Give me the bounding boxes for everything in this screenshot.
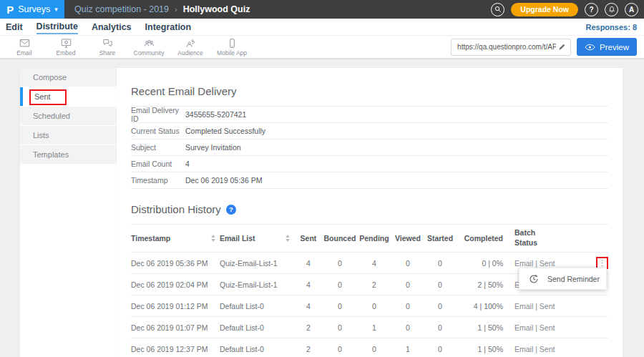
tab-edit[interactable]: Edit xyxy=(6,21,23,34)
toolbar-item-share[interactable]: Share xyxy=(87,38,128,57)
svg-text:$: $ xyxy=(191,38,194,42)
topbar-actions: Upgrade Now ? A xyxy=(491,0,644,19)
eye-icon xyxy=(585,44,595,51)
sidebar-item-compose[interactable]: Compose xyxy=(20,68,117,87)
questionpro-logo-icon: P xyxy=(6,4,14,15)
breadcrumb-separator-icon: › xyxy=(175,5,177,14)
table-row: Dec 06 2019 01:12 PM Default List-0 4 0 … xyxy=(131,295,608,317)
menu-item-send-reminder[interactable]: Send Reminder xyxy=(547,275,600,283)
field-email-count: Email Count 4 xyxy=(131,156,608,172)
tab-analytics[interactable]: Analytics xyxy=(92,21,132,34)
annotation-box-sent: Sent xyxy=(29,89,67,105)
sidebar-item-lists[interactable]: Lists xyxy=(20,126,117,145)
question-circle-icon[interactable]: ? xyxy=(226,205,236,215)
row-actions-kebab-icon[interactable]: ⋮ xyxy=(598,259,606,267)
table-header-row: Timestamp Email List Sent Bounced Pendin… xyxy=(131,224,608,253)
survey-link-field xyxy=(451,39,571,56)
mobile-app-icon xyxy=(226,38,238,49)
responses-count[interactable]: Responses: 8 xyxy=(585,23,637,31)
breadcrumb-survey-name: Hollywood Quiz xyxy=(183,4,250,14)
distribution-history-title: Distribution History xyxy=(131,203,221,215)
field-subject: Subject Survey Invitation xyxy=(131,140,608,156)
tab-integration[interactable]: Integration xyxy=(145,21,192,34)
survey-url-input[interactable] xyxy=(457,43,556,51)
row-actions-context-menu: Send Reminder xyxy=(519,268,607,290)
tab-distribute[interactable]: Distribute xyxy=(36,20,78,34)
distribute-toolbar: Email Embed Share Community $ Audience M… xyxy=(0,36,644,59)
surveys-product-menu[interactable]: P Surveys ▾ xyxy=(0,0,64,19)
user-avatar[interactable]: A xyxy=(625,3,638,16)
col-completed: Completed xyxy=(456,234,503,243)
col-sent: Sent xyxy=(294,234,323,243)
col-timestamp[interactable]: Timestamp xyxy=(131,234,208,243)
distribution-history-header: Distribution History ? xyxy=(131,203,608,215)
toolbar-item-embed[interactable]: Embed xyxy=(45,38,87,57)
sidebar-item-scheduled[interactable]: Scheduled xyxy=(20,107,117,125)
product-label: Surveys xyxy=(18,4,50,14)
survey-nav: Edit Distribute Analytics Integration Re… xyxy=(0,19,644,36)
email-icon xyxy=(19,38,31,49)
topbar: P Surveys ▾ Quiz competition - 2019 › Ho… xyxy=(0,0,644,19)
upgrade-now-button[interactable]: Upgrade Now xyxy=(511,3,578,16)
toolbar-item-email[interactable]: Email xyxy=(4,38,45,57)
field-timestamp: Timestamp Dec 06 2019 05:36 PM xyxy=(131,172,608,189)
col-pending: Pending xyxy=(357,234,391,243)
content-area: Compose Sent Scheduled Lists Templates R… xyxy=(0,59,644,357)
edit-pencil-icon[interactable] xyxy=(558,43,566,51)
col-batch-status: Batch Status xyxy=(503,228,575,248)
breadcrumb: Quiz competition - 2019 › Hollywood Quiz xyxy=(64,0,250,19)
community-icon xyxy=(143,38,155,49)
field-current-status: Current Status Completed Successfully xyxy=(131,123,608,140)
sidebar-item-templates[interactable]: Templates xyxy=(20,145,117,164)
breadcrumb-folder[interactable]: Quiz competition - 2019 xyxy=(74,4,169,14)
toolbar-item-audience[interactable]: $ Audience xyxy=(170,38,211,57)
distribution-history-table: Timestamp Email List Sent Bounced Pendin… xyxy=(131,224,608,357)
sort-icon-email-list[interactable] xyxy=(286,235,294,242)
field-email-delivery-id: Email Delivery ID 3455655-5207421 xyxy=(131,107,608,123)
questionpro-distribute-page: P Surveys ▾ Quiz competition - 2019 › Ho… xyxy=(0,0,644,357)
preview-button[interactable]: Preview xyxy=(577,38,637,56)
main-panel: Recent Email Delivery Email Delivery ID … xyxy=(117,68,623,357)
sidebar-item-sent[interactable]: Sent xyxy=(20,87,117,106)
col-started: Started xyxy=(424,234,456,243)
col-email-list[interactable]: Email List xyxy=(220,234,283,243)
toolbar-item-mobile-app[interactable]: Mobile App xyxy=(211,38,253,57)
sent-sidebar: Compose Sent Scheduled Lists Templates xyxy=(20,68,117,357)
share-icon xyxy=(102,38,114,49)
recent-delivery-details: Email Delivery ID 3455655-5207421 Curren… xyxy=(131,106,608,189)
audience-icon: $ xyxy=(185,38,197,49)
table-row: Dec 06 2019 01:07 PM Default List-0 2 0 … xyxy=(131,317,608,338)
sort-icon-timestamp[interactable] xyxy=(211,235,220,242)
notifications-bell-icon[interactable] xyxy=(605,3,618,16)
recent-email-delivery-title: Recent Email Delivery xyxy=(131,68,608,97)
chevron-down-icon: ▾ xyxy=(54,6,58,13)
embed-icon xyxy=(60,38,72,49)
reminder-clock-icon xyxy=(529,274,539,284)
help-icon[interactable]: ? xyxy=(585,3,598,16)
search-icon[interactable] xyxy=(491,3,504,16)
table-row: Dec 06 2019 12:37 PM Default List-0 2 0 … xyxy=(131,338,608,357)
toolbar-item-community[interactable]: Community xyxy=(128,38,170,57)
col-viewed: Viewed xyxy=(391,234,424,243)
col-bounced: Bounced xyxy=(323,234,357,243)
